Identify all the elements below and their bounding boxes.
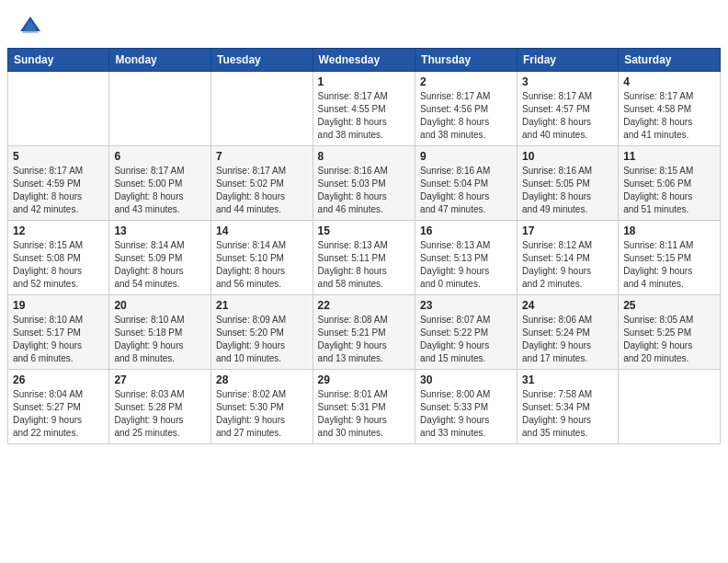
weekday-friday: Friday bbox=[518, 49, 619, 72]
day-number: 26 bbox=[13, 373, 104, 386]
day-cell: 10Sunrise: 8:16 AM Sunset: 5:05 PM Dayli… bbox=[518, 146, 619, 221]
day-number: 7 bbox=[216, 150, 308, 163]
weekday-sunday: Sunday bbox=[8, 49, 109, 72]
day-cell: 24Sunrise: 8:06 AM Sunset: 5:24 PM Dayli… bbox=[518, 295, 619, 370]
day-cell: 11Sunrise: 8:15 AM Sunset: 5:06 PM Dayli… bbox=[619, 146, 721, 221]
week-row-4: 19Sunrise: 8:10 AM Sunset: 5:17 PM Dayli… bbox=[8, 295, 721, 370]
day-cell: 26Sunrise: 8:04 AM Sunset: 5:27 PM Dayli… bbox=[8, 370, 109, 444]
day-cell: 25Sunrise: 8:05 AM Sunset: 5:25 PM Dayli… bbox=[619, 295, 721, 370]
day-info: Sunrise: 8:07 AM Sunset: 5:22 PM Dayligh… bbox=[420, 314, 512, 365]
day-number: 5 bbox=[13, 150, 104, 163]
day-info: Sunrise: 8:17 AM Sunset: 5:00 PM Dayligh… bbox=[114, 165, 206, 216]
day-cell bbox=[109, 72, 211, 146]
day-cell: 3Sunrise: 8:17 AM Sunset: 4:57 PM Daylig… bbox=[518, 72, 619, 146]
day-cell: 16Sunrise: 8:13 AM Sunset: 5:13 PM Dayli… bbox=[415, 221, 518, 295]
day-cell: 28Sunrise: 8:02 AM Sunset: 5:30 PM Dayli… bbox=[210, 370, 313, 444]
day-number: 23 bbox=[420, 299, 512, 312]
day-info: Sunrise: 8:17 AM Sunset: 5:02 PM Dayligh… bbox=[216, 165, 308, 216]
day-info: Sunrise: 8:17 AM Sunset: 4:55 PM Dayligh… bbox=[318, 90, 410, 142]
day-info: Sunrise: 8:14 AM Sunset: 5:09 PM Dayligh… bbox=[114, 239, 206, 291]
day-cell: 15Sunrise: 8:13 AM Sunset: 5:11 PM Dayli… bbox=[313, 221, 415, 295]
day-number: 2 bbox=[420, 75, 512, 88]
day-cell: 2Sunrise: 8:17 AM Sunset: 4:56 PM Daylig… bbox=[415, 72, 518, 146]
weekday-saturday: Saturday bbox=[619, 49, 721, 72]
day-number: 12 bbox=[13, 224, 104, 237]
day-cell: 12Sunrise: 8:15 AM Sunset: 5:08 PM Dayli… bbox=[8, 221, 109, 295]
day-info: Sunrise: 8:13 AM Sunset: 5:11 PM Dayligh… bbox=[318, 239, 410, 291]
day-info: Sunrise: 8:00 AM Sunset: 5:33 PM Dayligh… bbox=[420, 388, 512, 440]
day-cell: 14Sunrise: 8:14 AM Sunset: 5:10 PM Dayli… bbox=[210, 221, 313, 295]
day-number: 14 bbox=[216, 224, 308, 237]
header bbox=[0, 0, 728, 48]
day-number: 16 bbox=[420, 224, 512, 237]
day-cell: 23Sunrise: 8:07 AM Sunset: 5:22 PM Dayli… bbox=[415, 295, 518, 370]
day-number: 31 bbox=[522, 373, 613, 386]
day-cell: 19Sunrise: 8:10 AM Sunset: 5:17 PM Dayli… bbox=[8, 295, 109, 370]
day-number: 22 bbox=[318, 299, 410, 312]
week-row-5: 26Sunrise: 8:04 AM Sunset: 5:27 PM Dayli… bbox=[8, 370, 721, 444]
day-cell: 1Sunrise: 8:17 AM Sunset: 4:55 PM Daylig… bbox=[313, 72, 415, 146]
day-number: 18 bbox=[623, 224, 715, 237]
day-cell: 13Sunrise: 8:14 AM Sunset: 5:09 PM Dayli… bbox=[109, 221, 211, 295]
day-number: 20 bbox=[114, 299, 206, 312]
day-number: 17 bbox=[522, 224, 613, 237]
day-info: Sunrise: 8:16 AM Sunset: 5:04 PM Dayligh… bbox=[420, 165, 512, 216]
day-number: 25 bbox=[623, 299, 715, 312]
day-info: Sunrise: 7:58 AM Sunset: 5:34 PM Dayligh… bbox=[522, 388, 613, 440]
day-cell bbox=[210, 72, 313, 146]
day-info: Sunrise: 8:10 AM Sunset: 5:18 PM Dayligh… bbox=[114, 314, 206, 365]
day-info: Sunrise: 8:02 AM Sunset: 5:30 PM Dayligh… bbox=[216, 388, 308, 440]
day-number: 21 bbox=[216, 299, 308, 312]
day-number: 11 bbox=[623, 150, 715, 163]
logo-icon bbox=[17, 13, 44, 40]
day-info: Sunrise: 8:12 AM Sunset: 5:14 PM Dayligh… bbox=[522, 239, 613, 291]
day-number: 30 bbox=[420, 373, 512, 386]
day-cell: 21Sunrise: 8:09 AM Sunset: 5:20 PM Dayli… bbox=[210, 295, 313, 370]
day-cell: 29Sunrise: 8:01 AM Sunset: 5:31 PM Dayli… bbox=[313, 370, 415, 444]
day-info: Sunrise: 8:13 AM Sunset: 5:13 PM Dayligh… bbox=[420, 239, 512, 291]
weekday-monday: Monday bbox=[109, 49, 211, 72]
logo bbox=[17, 13, 48, 40]
day-number: 13 bbox=[114, 224, 206, 237]
day-cell: 6Sunrise: 8:17 AM Sunset: 5:00 PM Daylig… bbox=[109, 146, 211, 221]
week-row-3: 12Sunrise: 8:15 AM Sunset: 5:08 PM Dayli… bbox=[8, 221, 721, 295]
day-number: 29 bbox=[318, 373, 410, 386]
week-row-1: 1Sunrise: 8:17 AM Sunset: 4:55 PM Daylig… bbox=[8, 72, 721, 146]
day-number: 28 bbox=[216, 373, 308, 386]
calendar-table: SundayMondayTuesdayWednesdayThursdayFrid… bbox=[7, 48, 721, 444]
day-number: 4 bbox=[623, 75, 715, 88]
day-cell: 4Sunrise: 8:17 AM Sunset: 4:58 PM Daylig… bbox=[619, 72, 721, 146]
day-info: Sunrise: 8:17 AM Sunset: 4:58 PM Dayligh… bbox=[623, 90, 715, 142]
day-number: 8 bbox=[318, 150, 410, 163]
day-cell: 27Sunrise: 8:03 AM Sunset: 5:28 PM Dayli… bbox=[109, 370, 211, 444]
calendar-wrapper: SundayMondayTuesdayWednesdayThursdayFrid… bbox=[0, 48, 728, 452]
day-info: Sunrise: 8:11 AM Sunset: 5:15 PM Dayligh… bbox=[623, 239, 715, 291]
day-cell: 20Sunrise: 8:10 AM Sunset: 5:18 PM Dayli… bbox=[109, 295, 211, 370]
day-cell: 8Sunrise: 8:16 AM Sunset: 5:03 PM Daylig… bbox=[313, 146, 415, 221]
day-cell: 30Sunrise: 8:00 AM Sunset: 5:33 PM Dayli… bbox=[415, 370, 518, 444]
day-number: 10 bbox=[522, 150, 613, 163]
week-row-2: 5Sunrise: 8:17 AM Sunset: 4:59 PM Daylig… bbox=[8, 146, 721, 221]
day-info: Sunrise: 8:09 AM Sunset: 5:20 PM Dayligh… bbox=[216, 314, 308, 365]
day-cell: 7Sunrise: 8:17 AM Sunset: 5:02 PM Daylig… bbox=[210, 146, 313, 221]
day-number: 1 bbox=[318, 75, 410, 88]
day-number: 15 bbox=[318, 224, 410, 237]
day-cell: 9Sunrise: 8:16 AM Sunset: 5:04 PM Daylig… bbox=[415, 146, 518, 221]
day-info: Sunrise: 8:16 AM Sunset: 5:05 PM Dayligh… bbox=[522, 165, 613, 216]
day-cell: 22Sunrise: 8:08 AM Sunset: 5:21 PM Dayli… bbox=[313, 295, 415, 370]
day-info: Sunrise: 8:05 AM Sunset: 5:25 PM Dayligh… bbox=[623, 314, 715, 365]
day-info: Sunrise: 8:17 AM Sunset: 4:59 PM Dayligh… bbox=[13, 165, 104, 216]
day-info: Sunrise: 8:04 AM Sunset: 5:27 PM Dayligh… bbox=[13, 388, 104, 440]
day-info: Sunrise: 8:16 AM Sunset: 5:03 PM Dayligh… bbox=[318, 165, 410, 216]
weekday-wednesday: Wednesday bbox=[313, 49, 415, 72]
day-cell: 31Sunrise: 7:58 AM Sunset: 5:34 PM Dayli… bbox=[518, 370, 619, 444]
day-cell: 5Sunrise: 8:17 AM Sunset: 4:59 PM Daylig… bbox=[8, 146, 109, 221]
day-number: 6 bbox=[114, 150, 206, 163]
day-info: Sunrise: 8:15 AM Sunset: 5:08 PM Dayligh… bbox=[13, 239, 104, 291]
day-info: Sunrise: 8:08 AM Sunset: 5:21 PM Dayligh… bbox=[318, 314, 410, 365]
day-cell bbox=[8, 72, 109, 146]
day-info: Sunrise: 8:01 AM Sunset: 5:31 PM Dayligh… bbox=[318, 388, 410, 440]
page: SundayMondayTuesdayWednesdayThursdayFrid… bbox=[0, 0, 728, 563]
day-cell: 17Sunrise: 8:12 AM Sunset: 5:14 PM Dayli… bbox=[518, 221, 619, 295]
weekday-header-row: SundayMondayTuesdayWednesdayThursdayFrid… bbox=[8, 49, 721, 72]
